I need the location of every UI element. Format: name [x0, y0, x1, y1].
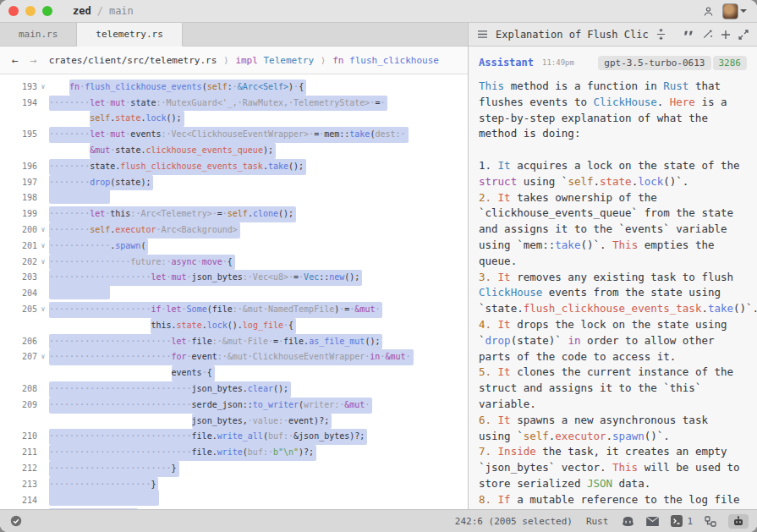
nav-back-button[interactable]: ← — [12, 54, 19, 67]
branch-name[interactable]: main — [109, 5, 134, 17]
breadcrumb-item[interactable]: fn flush_clickhouse — [332, 55, 439, 66]
tab-telemetry-rs[interactable]: telemetry.rs — [77, 23, 182, 47]
token: Vec — [304, 272, 319, 282]
code-text: self.state.lock(); — [49, 111, 184, 127]
token: ); — [263, 145, 273, 155]
token: 7. — [479, 445, 498, 458]
breadcrumb-item[interactable]: crates/client/src/telemetry.rs — [49, 55, 217, 66]
code-text: fn·flush_clickhouse_events(self:·&Arc<Se… — [49, 80, 306, 96]
model-badge[interactable]: gpt-3.5-turbo-0613 — [598, 56, 710, 70]
project-name[interactable]: zed — [73, 5, 91, 17]
code-line[interactable]: 198 — [0, 190, 468, 206]
code-text: ········state.flush_clickhouse_events_ta… — [49, 159, 306, 175]
code-line[interactable]: 207∨························for·event:·&… — [0, 349, 468, 365]
maximize-window-button[interactable] — [42, 6, 52, 16]
terminal-toggle[interactable]: 1 — [671, 515, 693, 527]
token: )?; — [299, 447, 314, 457]
code-text — [49, 490, 159, 509]
token: } — [172, 463, 177, 473]
code-line[interactable]: 199········let·this:·Arc<Telemetry>·=·se… — [0, 206, 468, 222]
selection-highlight: ········let·mut·state:·MutexGuard<'_,·Ra… — [49, 96, 387, 112]
token: { — [207, 368, 212, 377]
user-menu[interactable] — [722, 3, 747, 19]
assistant-conversation[interactable]: Assistant 11:49pm gpt-3.5-turbo-0613 328… — [469, 47, 757, 509]
collaborators-icon[interactable] — [703, 6, 714, 17]
code-line[interactable]: 194········let·mut·state:·MutexGuard<'_,… — [0, 96, 468, 112]
assistant-toggle[interactable] — [728, 514, 749, 529]
split-message-icon[interactable] — [656, 29, 666, 40]
token: acquires a lock on the state of the — [511, 159, 740, 172]
code-line[interactable]: events·{ — [0, 365, 468, 381]
fold-arrow-icon[interactable]: ∨ — [37, 349, 49, 365]
fold-arrow-icon[interactable]: ∨ — [37, 80, 49, 96]
code-line[interactable]: 208····························json_byte… — [0, 381, 468, 398]
code-line[interactable]: 196········state.flush_clickhouse_events… — [0, 159, 468, 175]
token: ···················· — [49, 304, 151, 314]
token: executor — [555, 430, 606, 442]
token: data. — [612, 477, 650, 490]
token: clickhouse_events_queue — [145, 145, 262, 155]
token: Telemetry — [264, 55, 315, 66]
fold-arrow-icon[interactable]: ∨ — [37, 239, 49, 255]
code-line[interactable]: &mut·state.clickhouse_events_queue); — [0, 143, 468, 159]
token: ···················· — [49, 272, 151, 282]
language-selector[interactable]: Rust — [586, 516, 609, 527]
code-line[interactable]: self.state.lock(); — [0, 111, 468, 127]
code-line[interactable]: 206························let·file:·&mu… — [0, 334, 468, 350]
token: if — [151, 304, 161, 314]
avatar[interactable] — [722, 3, 738, 19]
code-line[interactable]: 195········let·mut·events:·Vec<Clickhous… — [0, 127, 468, 143]
minimize-window-button[interactable] — [25, 6, 36, 16]
feedback-icon[interactable] — [646, 517, 659, 526]
close-window-button[interactable] — [8, 6, 19, 16]
breadcrumb[interactable]: crates/client/src/telemetry.rs⟩impl Tele… — [49, 55, 439, 66]
code-line[interactable]: 193∨ fn·flush_clickhouse_events(self:·&A… — [0, 80, 468, 96]
token: state — [130, 98, 156, 107]
sender-role[interactable]: Assistant — [479, 57, 534, 69]
code-line[interactable]: 202∨················future:·async·move·{ — [0, 255, 468, 271]
token: ········ — [49, 178, 90, 187]
cursor-position[interactable]: 242:6 (2005 selected) — [455, 516, 573, 527]
token: · — [380, 98, 385, 107]
code-line[interactable]: this.state.lock().log_file·{ — [0, 318, 468, 334]
tab-main-rs[interactable]: main.rs — [0, 23, 77, 46]
token: spawn — [115, 241, 140, 250]
code-line[interactable]: 214 — [0, 493, 468, 509]
conversation-title[interactable]: Explanation of Flush Clic — [496, 29, 649, 41]
project-panel-icon[interactable] — [705, 516, 716, 527]
token: 2. — [479, 191, 498, 204]
copilot-icon[interactable] — [622, 516, 634, 527]
token: let — [151, 272, 166, 282]
fold-arrow-icon[interactable]: ∨ — [37, 302, 49, 318]
new-conversation-icon[interactable] — [721, 30, 731, 40]
code-line[interactable]: 210····························file.writ… — [0, 429, 468, 445]
code-line[interactable]: 212························} — [0, 461, 468, 477]
token: :: — [319, 272, 329, 282]
token: 4. — [479, 318, 498, 331]
line-number: 203 — [0, 270, 37, 286]
selection-highlight: ····························json_bytes.c… — [49, 381, 291, 398]
fold-arrow-icon[interactable]: ∨ — [37, 255, 49, 271]
code-line[interactable]: 200∨········self.executor·Arc<Background… — [0, 222, 468, 239]
code-line[interactable]: 204 — [0, 286, 468, 302]
fold-arrow-icon[interactable]: ∨ — [37, 222, 49, 239]
code-line[interactable]: json_bytes,·value:·event)?; — [0, 414, 468, 430]
breadcrumb-separator: ⟩ — [223, 56, 228, 65]
token: (); — [278, 209, 293, 218]
code-line[interactable]: 201∨············.spawn( — [0, 239, 468, 255]
diagnostics-ok-icon[interactable] — [10, 515, 22, 527]
zoom-panel-icon[interactable] — [738, 30, 749, 40]
token: ········ — [49, 162, 90, 171]
token: 1. — [479, 159, 498, 172]
nav-forward-button[interactable]: → — [30, 54, 37, 67]
code-editor[interactable]: 192193∨ fn·flush_clickhouse_events(self:… — [0, 74, 468, 509]
quote-selection-icon[interactable] — [683, 30, 694, 39]
token: This — [612, 239, 638, 251]
line-number: 214 — [0, 493, 37, 509]
code-line[interactable]: 209····························serde_jso… — [0, 398, 468, 414]
code-line[interactable]: 211····························file.writ… — [0, 445, 468, 461]
breadcrumb-item[interactable]: impl Telemetry — [235, 55, 314, 66]
assist-wand-icon[interactable] — [702, 29, 713, 40]
menu-icon[interactable] — [477, 30, 488, 39]
code-line[interactable]: 205∨····················if·let·Some(file… — [0, 302, 468, 318]
